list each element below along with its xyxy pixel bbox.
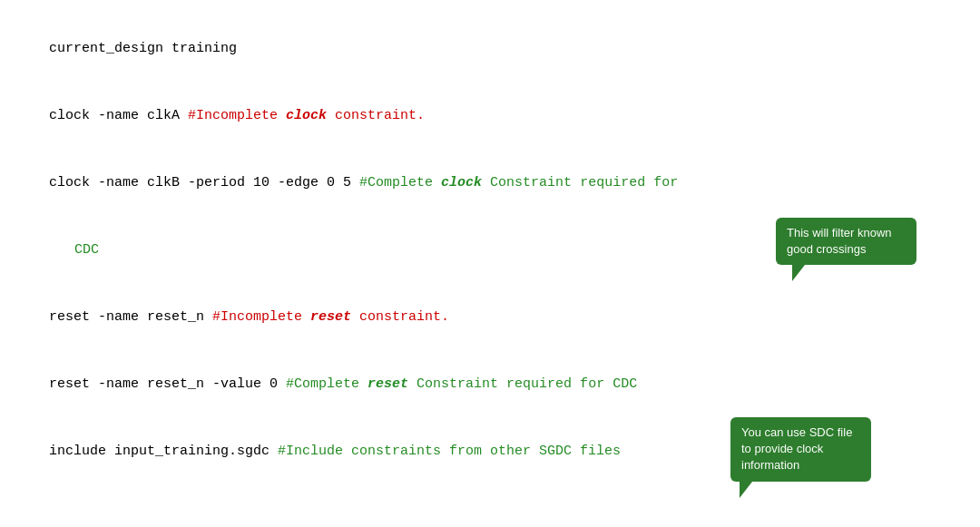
code-text: CDC — [74, 242, 99, 258]
code-text-black: clock -name clkA — [49, 108, 188, 123]
code-line-2: clock -name clkA #Incomplete clock const… — [16, 83, 964, 149]
code-comment-end: constraint. — [351, 309, 449, 325]
code-comment-green: #Complete — [286, 376, 368, 392]
code-keyword-green: clock — [441, 175, 482, 190]
callout-2: You can use SDC file to provide clock in… — [730, 417, 871, 482]
code-keyword: reset — [310, 309, 351, 325]
code-text-black: reset -name reset_n — [49, 309, 212, 325]
code-comment-red: #Incomplete — [212, 309, 310, 325]
code-blank-1 — [16, 486, 964, 508]
code-line-4: reset -name reset_n #Incomplete reset co… — [16, 285, 964, 350]
code-comment-end-green: Constraint required for — [482, 175, 678, 190]
code-text-black: include input_training.sgdc — [49, 444, 278, 459]
code-area: current_design training clock -name clkA… — [0, 0, 980, 527]
code-text: current_design training — [49, 41, 237, 56]
code-comment-green: #Complete — [359, 175, 441, 190]
code-text-black: reset -name reset_n -value 0 — [49, 376, 286, 392]
code-line-7: //cdc_false_path -from "rule_Ac_sync01::… — [16, 510, 964, 527]
code-keyword-green: reset — [368, 376, 408, 392]
code-comment-red: #Incomplete — [188, 108, 286, 123]
code-comment-end-green: Constraint required for CDC — [408, 376, 637, 392]
code-line-3: clock -name clkB -period 10 -edge 0 5 #C… — [16, 151, 964, 216]
code-keyword: clock — [286, 108, 327, 123]
code-comment-green: #Include constraints from other SGDC fil… — [278, 444, 621, 459]
code-comment-end: constraint. — [327, 108, 425, 123]
callout-1-text: This will filter known good crossings — [787, 226, 892, 256]
callout-2-text: You can use SDC file to provide clock in… — [741, 425, 852, 472]
code-line-5: reset -name reset_n -value 0 #Complete r… — [16, 352, 964, 417]
code-text-black: clock -name clkB -period 10 -edge 0 5 — [49, 175, 359, 190]
callout-1: This will filter known good crossings — [776, 218, 916, 265]
code-line-1: current_design training — [16, 16, 964, 82]
